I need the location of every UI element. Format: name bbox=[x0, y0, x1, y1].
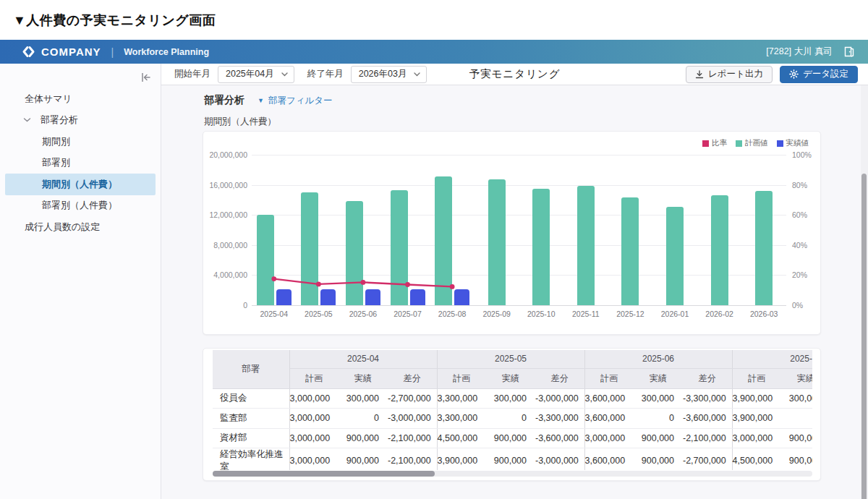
brand-name: COMPANY bbox=[41, 46, 101, 58]
brand-separator: | bbox=[111, 46, 114, 58]
chart-legend: 比率計画値実績値 bbox=[702, 138, 809, 148]
department-filter-link[interactable]: ▼ 部署フィルター bbox=[258, 95, 333, 107]
value-cell: 300,000 bbox=[781, 388, 812, 409]
sidebar-item-6[interactable]: 成行人員数の設定 bbox=[0, 216, 161, 238]
y-axis-right-tick: 80% bbox=[792, 181, 824, 189]
value-cell bbox=[781, 409, 812, 429]
table-hscrollbar-track[interactable] bbox=[213, 471, 812, 477]
value-cell: 3,600,000 bbox=[584, 388, 634, 409]
end-month-select[interactable]: 2026年03月 bbox=[351, 66, 427, 83]
table-month-header-row: 部署2025-042025-052025-062025-07 bbox=[213, 350, 812, 368]
legend-label: 比率 bbox=[712, 138, 727, 148]
sidebar-item-4[interactable]: 期間別（人件費） bbox=[5, 174, 156, 195]
sub-header: 実績 bbox=[781, 368, 812, 388]
sub-header: 実績 bbox=[486, 368, 535, 388]
user-name: [7282] 大川 真司 bbox=[766, 46, 833, 58]
month-header: 2025-05 bbox=[437, 350, 584, 368]
start-month-select[interactable]: 2025年04月 bbox=[218, 66, 294, 83]
table-row: 役員会3,000,000300,000-2,700,0003,300,00030… bbox=[213, 388, 812, 409]
x-axis-label: 2025-11 bbox=[563, 310, 608, 318]
month-header: 2025-04 bbox=[289, 350, 437, 368]
sidebar-item-5[interactable]: 部署別（人件費） bbox=[0, 195, 161, 217]
y-axis-left-tick: 0 bbox=[197, 301, 247, 310]
sidebar-item-label: 期間別（人件費） bbox=[42, 178, 117, 191]
table-hscrollbar-thumb[interactable] bbox=[213, 471, 435, 477]
data-settings-button[interactable]: データ設定 bbox=[780, 66, 858, 83]
ratio-point bbox=[450, 284, 455, 289]
value-cell: 0 bbox=[339, 409, 388, 429]
value-cell: 3,000,000 bbox=[289, 388, 339, 409]
app-name: Workforce Planning bbox=[124, 47, 209, 57]
sidebar-item-label: 部署別 bbox=[42, 156, 70, 169]
value-cell: 900,000 bbox=[339, 448, 388, 471]
value-cell: 3,000,000 bbox=[289, 428, 339, 448]
value-cell: 900,000 bbox=[339, 428, 388, 448]
month-header: 2025-06 bbox=[584, 350, 732, 368]
ratio-point bbox=[271, 276, 276, 281]
value-cell: 300,000 bbox=[634, 388, 683, 409]
y-axis-left-tick: 20,000,000 bbox=[197, 150, 247, 159]
page-vscrollbar-track[interactable] bbox=[861, 85, 868, 499]
sidebar-item-label: 全体サマリ bbox=[25, 93, 72, 106]
gear-icon bbox=[789, 69, 799, 79]
toolbar: 開始年月 2025年04月 終了年月 2026年03月 予実モニタリング レポー… bbox=[161, 64, 868, 85]
value-cell: -2,100,000 bbox=[388, 448, 437, 471]
start-month-label: 開始年月 bbox=[174, 68, 210, 80]
department-filter-label: 部署フィルター bbox=[268, 95, 333, 107]
sidebar-item-1[interactable]: 部署分析 bbox=[0, 110, 161, 132]
screen-title: 予実モニタリング bbox=[469, 67, 560, 81]
sidebar-collapse-icon[interactable] bbox=[139, 71, 152, 84]
caption-band: ▼人件費の予実モニタリング画面 bbox=[0, 0, 868, 40]
chart-card: 比率計画値実績値 00%4,000,00020%8,000,00040%12,0… bbox=[203, 131, 821, 335]
x-axis-label: 2026-02 bbox=[697, 310, 742, 318]
company-logo-icon bbox=[22, 46, 35, 58]
chart-plot-area: 00%4,000,00020%8,000,00040%12,000,00060%… bbox=[252, 155, 786, 305]
x-axis-label: 2025-10 bbox=[519, 310, 563, 318]
sidebar-item-3[interactable]: 部署別 bbox=[0, 153, 161, 174]
sidebar-item-2[interactable]: 期間別 bbox=[0, 131, 161, 153]
x-axis-label: 2026-01 bbox=[652, 310, 697, 318]
table-scroll-viewport: 部署2025-042025-052025-062025-07計画実績差分計画実績… bbox=[213, 350, 812, 470]
dept-cell: 資材部 bbox=[213, 428, 289, 448]
value-cell: 3,000,000 bbox=[289, 448, 339, 471]
chart-x-axis-labels: 2025-042025-052025-062025-072025-082025-… bbox=[252, 310, 786, 318]
value-cell: 3,000,000 bbox=[732, 428, 781, 448]
y-axis-right-tick: 60% bbox=[792, 210, 824, 219]
sidebar-item-label: 成行人員数の設定 bbox=[25, 221, 100, 234]
end-month-label: 終了年月 bbox=[307, 68, 344, 80]
value-cell: -3,000,000 bbox=[535, 448, 584, 471]
sub-header: 実績 bbox=[339, 368, 388, 388]
report-export-button[interactable]: レポート出力 bbox=[686, 66, 773, 83]
value-cell: -3,300,000 bbox=[535, 409, 584, 429]
page-vscrollbar-thumb[interactable] bbox=[861, 174, 867, 499]
sidebar-item-label: 部署別（人件費） bbox=[42, 199, 117, 212]
value-cell: 900,000 bbox=[486, 448, 535, 471]
value-cell: 300,000 bbox=[339, 388, 388, 409]
data-settings-label: データ設定 bbox=[803, 68, 848, 80]
value-cell: 3,300,000 bbox=[437, 409, 486, 429]
sub-header: 計画 bbox=[437, 368, 486, 388]
value-cell: -3,600,000 bbox=[683, 409, 732, 429]
value-cell: -3,600,000 bbox=[535, 428, 584, 448]
month-header: 2025-07 bbox=[732, 350, 812, 368]
legend-label: 実績値 bbox=[786, 138, 809, 148]
legend-item: 計画値 bbox=[736, 138, 768, 148]
value-cell: -3,300,000 bbox=[683, 388, 732, 409]
chevron-down-icon bbox=[23, 118, 31, 123]
value-cell: 900,000 bbox=[634, 428, 683, 448]
x-axis-label: 2026-03 bbox=[741, 310, 786, 318]
chevron-down-icon bbox=[281, 72, 288, 77]
legend-swatch bbox=[777, 140, 783, 147]
section-title: 部署分析 bbox=[204, 94, 244, 107]
logout-door-icon[interactable] bbox=[843, 46, 855, 58]
end-month-value: 2026年03月 bbox=[359, 68, 407, 80]
x-axis-label: 2025-04 bbox=[252, 310, 297, 318]
download-icon bbox=[695, 70, 704, 79]
value-cell: 900,000 bbox=[486, 428, 535, 448]
ratio-point bbox=[405, 282, 410, 287]
value-cell: 3,000,000 bbox=[289, 409, 339, 429]
value-cell: -2,100,000 bbox=[388, 428, 437, 448]
sidebar-item-0[interactable]: 全体サマリ bbox=[0, 88, 161, 110]
y-axis-right-tick: 20% bbox=[792, 270, 824, 279]
table-sub-header-row: 計画実績差分計画実績差分計画実績差分計画実績差分 bbox=[213, 368, 812, 388]
